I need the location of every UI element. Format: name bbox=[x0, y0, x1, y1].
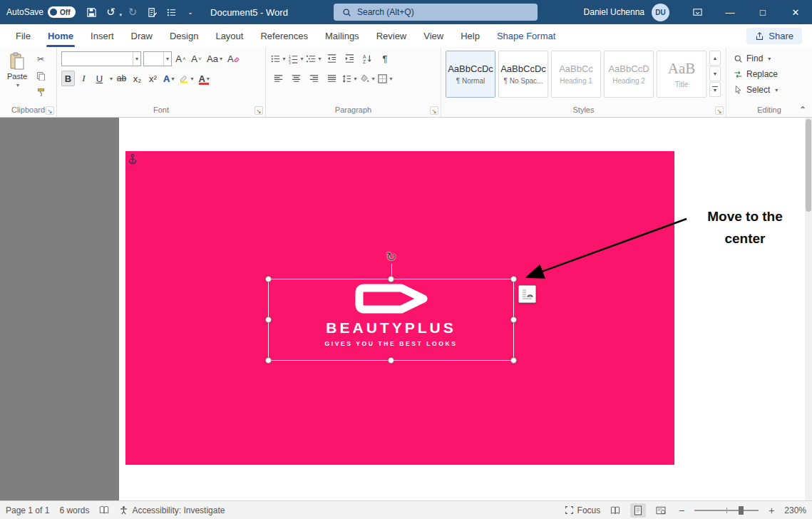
search-input[interactable]: Search (Alt+Q) bbox=[334, 4, 538, 21]
user-name[interactable]: Daniel Uchenna bbox=[584, 7, 644, 17]
collapse-ribbon-button[interactable]: ⌃ bbox=[799, 105, 806, 115]
show-formatting-marks-button[interactable]: ¶ bbox=[377, 51, 393, 66]
strikethrough-button[interactable]: ab bbox=[115, 71, 128, 86]
clipboard-dialog-launcher-icon[interactable]: ↘ bbox=[46, 106, 54, 115]
tab-insert[interactable]: Insert bbox=[82, 24, 123, 47]
resize-handle-bottom-right[interactable] bbox=[510, 357, 517, 364]
share-button[interactable]: Share bbox=[746, 28, 802, 44]
autosave-pill[interactable]: Off bbox=[48, 6, 75, 18]
word-count[interactable]: 6 words bbox=[59, 505, 89, 515]
save-button[interactable] bbox=[83, 3, 101, 21]
font-size-combo[interactable]: ▾ bbox=[143, 51, 172, 66]
tab-help[interactable]: Help bbox=[452, 24, 488, 47]
cut-button[interactable]: ✂ bbox=[33, 52, 48, 66]
styles-scroll-down-button[interactable]: ▼ bbox=[709, 66, 721, 81]
tab-layout[interactable]: Layout bbox=[207, 24, 252, 47]
chevron-down-icon[interactable]: ▾ bbox=[133, 52, 140, 66]
style-normal[interactable]: AaBbCcDc ¶ Normal bbox=[446, 51, 495, 98]
logo-group[interactable]: BEAUTYPLUS GIVES YOU THE BEST LOOKS bbox=[269, 279, 513, 360]
vertical-scrollbar[interactable] bbox=[805, 118, 812, 500]
replace-button[interactable]: Replace bbox=[731, 66, 808, 82]
clear-formatting-button[interactable]: A bbox=[226, 51, 242, 66]
document-page[interactable]: ↻ BEAUTYPLUS GIVES YOU THE BEST LOOKS bbox=[119, 118, 805, 500]
increase-indent-button[interactable] bbox=[341, 51, 357, 66]
style-no-spacing[interactable]: AaBbCcDc ¶ No Spac... bbox=[498, 51, 548, 98]
proofing-button[interactable] bbox=[99, 505, 109, 515]
paragraph-dialog-launcher-icon[interactable]: ↘ bbox=[430, 106, 438, 115]
change-case-button[interactable]: Aa▾ bbox=[205, 51, 224, 66]
select-button[interactable]: Select ▾ bbox=[731, 82, 808, 98]
tab-file[interactable]: File bbox=[7, 24, 39, 47]
shrink-font-button[interactable]: A˅ bbox=[190, 51, 203, 66]
focus-button[interactable]: Focus bbox=[565, 505, 601, 515]
tab-home[interactable]: Home bbox=[39, 24, 82, 47]
grow-font-button[interactable]: A˄ bbox=[174, 51, 187, 66]
zoom-slider-thumb[interactable] bbox=[739, 506, 744, 515]
tab-references[interactable]: References bbox=[252, 24, 316, 47]
zoom-level[interactable]: 230% bbox=[784, 505, 806, 515]
minimize-button[interactable]: — bbox=[714, 0, 746, 24]
bullet-list-button[interactable] bbox=[163, 3, 180, 21]
user-avatar[interactable]: DU bbox=[652, 4, 669, 21]
font-color-button[interactable]: A ▾ bbox=[197, 71, 210, 86]
copy-button[interactable] bbox=[33, 68, 48, 83]
style-heading-2[interactable]: AaBbCcD Heading 2 bbox=[604, 51, 654, 98]
underline-button[interactable]: U bbox=[93, 71, 106, 86]
autosave-toggle[interactable]: AutoSave Off bbox=[6, 6, 76, 18]
zoom-out-button[interactable]: − bbox=[676, 505, 687, 516]
close-button[interactable]: ✕ bbox=[779, 0, 812, 24]
align-center-button[interactable] bbox=[288, 71, 304, 86]
inserted-image[interactable]: ↻ BEAUTYPLUS GIVES YOU THE BEST LOOKS bbox=[125, 151, 674, 465]
resize-handle-middle-left[interactable] bbox=[265, 317, 272, 323]
undo-button[interactable]: ↺ bbox=[103, 3, 120, 21]
subscript-button[interactable]: x₂ bbox=[130, 71, 144, 86]
scrollbar-thumb[interactable] bbox=[806, 119, 811, 212]
paste-button[interactable]: Paste ▾ bbox=[4, 51, 30, 103]
font-dialog-launcher-icon[interactable]: ↘ bbox=[255, 106, 263, 115]
styles-more-button[interactable]: ▼ bbox=[709, 82, 721, 97]
customize-quick-access-button[interactable]: ⌄ bbox=[182, 3, 199, 21]
tab-draw[interactable]: Draw bbox=[123, 24, 161, 47]
align-right-button[interactable] bbox=[306, 71, 322, 86]
line-spacing-button[interactable]: ▾ bbox=[341, 71, 357, 86]
editor-button[interactable] bbox=[143, 3, 160, 21]
ribbon-display-options-button[interactable] bbox=[681, 0, 714, 24]
redo-button[interactable]: ↻ bbox=[124, 3, 141, 21]
bullets-button[interactable]: ▾ bbox=[270, 51, 286, 66]
tab-review[interactable]: Review bbox=[368, 24, 416, 47]
bold-button[interactable]: B bbox=[61, 71, 75, 86]
align-left-button[interactable] bbox=[270, 71, 286, 86]
rotate-handle[interactable]: ↻ bbox=[386, 250, 396, 264]
borders-button[interactable]: ▾ bbox=[377, 71, 393, 86]
shading-button[interactable]: ▾ bbox=[359, 71, 375, 86]
styles-dialog-launcher-icon[interactable]: ↘ bbox=[715, 106, 724, 115]
sort-button[interactable]: AZ bbox=[359, 51, 375, 66]
zoom-in-button[interactable]: + bbox=[766, 505, 777, 516]
undo-dropdown-icon[interactable]: ▾ bbox=[120, 12, 123, 18]
resize-handle-bottom-center[interactable] bbox=[388, 357, 394, 364]
resize-handle-middle-right[interactable] bbox=[510, 317, 517, 323]
numbering-button[interactable]: 123 ▾ bbox=[288, 51, 304, 66]
layout-options-button[interactable] bbox=[518, 285, 536, 303]
web-layout-button[interactable] bbox=[653, 503, 669, 518]
tab-mailings[interactable]: Mailings bbox=[317, 24, 368, 47]
text-effects-button[interactable]: A▾ bbox=[162, 71, 175, 86]
decrease-indent-button[interactable] bbox=[324, 51, 339, 66]
accessibility-status[interactable]: Accessibility: Investigate bbox=[119, 505, 225, 515]
print-layout-button[interactable] bbox=[630, 503, 646, 518]
superscript-button[interactable]: x² bbox=[146, 71, 160, 86]
zoom-slider[interactable] bbox=[694, 510, 759, 511]
maximize-button[interactable]: □ bbox=[746, 0, 779, 24]
tab-view[interactable]: View bbox=[415, 24, 452, 47]
justify-button[interactable] bbox=[324, 71, 339, 86]
style-heading-1[interactable]: AaBbCc Heading 1 bbox=[551, 51, 601, 98]
resize-handle-top-left[interactable] bbox=[265, 276, 272, 282]
find-button[interactable]: Find ▾ bbox=[731, 51, 808, 66]
chevron-down-icon[interactable]: ▾ bbox=[110, 76, 113, 82]
text-highlight-button[interactable]: ▾ bbox=[178, 71, 195, 86]
read-mode-button[interactable] bbox=[607, 503, 623, 518]
font-name-combo[interactable]: ▾ bbox=[61, 51, 141, 66]
style-title[interactable]: AaB Title bbox=[657, 51, 706, 98]
italic-button[interactable]: I bbox=[77, 71, 91, 86]
multilevel-list-button[interactable]: ▾ bbox=[306, 51, 322, 66]
